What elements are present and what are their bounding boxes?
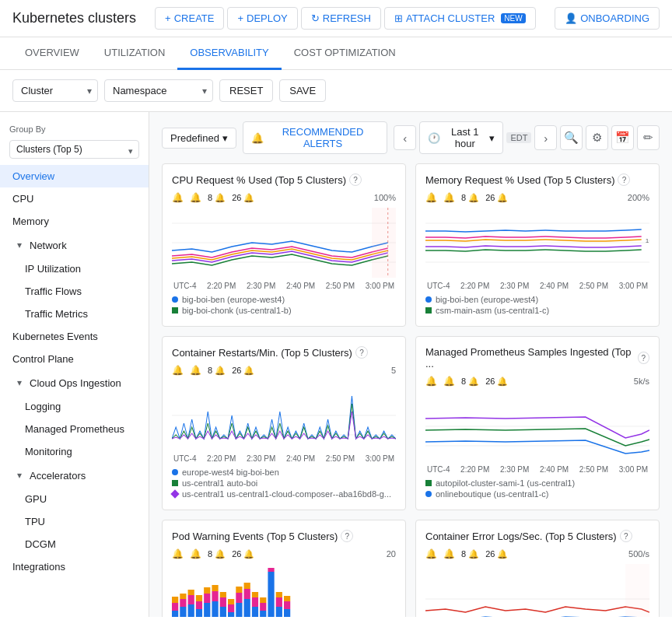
error-alert-chips: 🔔 🔔 8 🔔 26 🔔 500/s [425, 548, 649, 559]
cpu-legend-2: big-boi-chonk (us-central1-b) [172, 306, 396, 315]
sidebar-label-dcgm: DCGM [25, 538, 56, 550]
recommended-alerts-button[interactable]: 🔔 RECOMMENDED ALERTS [243, 121, 387, 154]
prometheus-legend-2: onlineboutique (us-central1-c) [425, 489, 649, 499]
bell-icon: 🔔 [251, 132, 264, 144]
chart-managed-prometheus: Managed Prometheus Samples Ingested (Top… [415, 336, 660, 510]
edit-button[interactable]: ✏ [637, 125, 660, 150]
time-range-button[interactable]: 🕐 Last 1 hour ▾ [419, 121, 503, 154]
sidebar-item-logging[interactable]: Logging [0, 395, 149, 418]
sidebar-item-kubernetes-events[interactable]: Kubernetes Events [0, 325, 149, 348]
predefined-chevron-icon: ▾ [222, 132, 228, 144]
sidebar-item-traffic-flows[interactable]: Traffic Flows [0, 280, 149, 303]
svg-rect-55 [284, 601, 290, 609]
search-button[interactable]: 🔍 [560, 125, 583, 150]
sidebar-item-accelerators[interactable]: ▾ Accelerators [0, 463, 149, 488]
sidebar-item-cpu[interactable]: CPU [0, 187, 149, 210]
svg-rect-25 [204, 603, 210, 617]
group-select[interactable]: Clusters (Top 5) [9, 140, 139, 159]
edit-icon: ✏ [643, 131, 653, 145]
tab-utilization[interactable]: UTILIZATION [92, 37, 177, 70]
sidebar-item-traffic-metrics[interactable]: Traffic Metrics [0, 303, 149, 325]
sidebar-item-ip-utilization[interactable]: IP Utilization [0, 257, 149, 280]
tab-cost-optimization[interactable]: COST OPTIMIZATION [282, 37, 408, 70]
sidebar-label-traffic-flows: Traffic Flows [25, 285, 82, 297]
sidebar-item-network[interactable]: ▾ Network [0, 233, 149, 257]
cpu-chart-svg [172, 208, 396, 278]
svg-rect-56 [284, 596, 290, 601]
restarts-legend-3: us-central1 us-central1-cloud-composer--… [172, 489, 396, 499]
sidebar-label-integrations: Integrations [12, 561, 65, 573]
restarts-alert-4: 26 🔔 [232, 366, 254, 376]
expand-cloud-ops-icon: ▾ [12, 376, 26, 390]
namespace-select[interactable]: Namespace [104, 79, 213, 102]
sidebar-label-cloud-ops-ingestion: Cloud Ops Ingestion [30, 377, 121, 389]
sidebar-item-control-plane[interactable]: Control Plane [0, 348, 149, 370]
cluster-select[interactable]: Cluster [12, 79, 98, 102]
error-chart-area [425, 564, 649, 617]
prev-time-button[interactable]: ‹ [394, 125, 416, 150]
settings-button[interactable]: ⚙ [586, 125, 608, 150]
svg-rect-50 [268, 568, 274, 572]
sidebar-item-dcgm[interactable]: DCGM [0, 533, 149, 555]
sidebar-item-cloud-ops-ingestion[interactable]: ▾ Cloud Ops Ingestion [0, 370, 149, 395]
restarts-help-icon[interactable]: ? [355, 346, 368, 359]
header-actions: + CREATE + DEPLOY ↻ REFRESH ⊞ ATTACH CLU… [155, 7, 536, 30]
predefined-button[interactable]: Predefined ▾ [162, 128, 236, 149]
sidebar-item-gpu[interactable]: GPU [0, 488, 149, 510]
chart-pod-title: Pod Warning Events (Top 5 Clusters) ? [172, 530, 396, 542]
sidebar-item-overview[interactable]: Overview [0, 165, 149, 187]
next-time-button[interactable]: › [534, 125, 557, 150]
onboarding-button[interactable]: 👤 ONBOARDING [555, 7, 660, 30]
tab-overview[interactable]: OVERVIEW [12, 37, 92, 70]
mem-alert-3: 8 🔔 [461, 193, 479, 203]
memory-legend-1: big-boi-ben (europe-west4) [425, 295, 649, 304]
error-help-icon[interactable]: ? [620, 530, 632, 542]
svg-rect-37 [236, 603, 242, 617]
svg-rect-3 [372, 208, 396, 278]
create-icon: + [165, 12, 171, 24]
restarts-alert-3: 8 🔔 [208, 366, 226, 376]
memory-chart-area: 100% [425, 208, 649, 280]
memory-legend-square-2 [425, 307, 432, 314]
svg-rect-36 [228, 599, 234, 604]
expand-accelerators-icon: ▾ [12, 468, 26, 482]
deploy-button[interactable]: + DEPLOY [227, 7, 297, 30]
toolbar-right: ‹ 🕐 Last 1 hour ▾ EDT › 🔍 ⚙ 📅 [394, 121, 660, 154]
sidebar-item-monitoring[interactable]: Monitoring [0, 440, 149, 463]
chart-memory-request: Memory Request % Used (Top 5 Clusters) ?… [415, 163, 660, 327]
svg-rect-49 [268, 572, 274, 617]
svg-rect-29 [212, 591, 218, 601]
reset-button[interactable]: RESET [219, 79, 273, 102]
tab-observability[interactable]: OBSERVABILITY [177, 37, 281, 70]
prometheus-chart-svg [425, 391, 649, 461]
create-button[interactable]: + CREATE [155, 7, 224, 30]
error-alert-1: 🔔 [425, 548, 437, 559]
sidebar-item-tpu[interactable]: TPU [0, 510, 149, 533]
prometheus-help-icon[interactable]: ? [638, 352, 649, 364]
time-label: Last 1 hour [443, 126, 486, 149]
attach-cluster-button[interactable]: ⊞ ATTACH CLUSTER NEW [384, 7, 536, 30]
settings-icon: ⚙ [592, 131, 602, 145]
save-button[interactable]: SAVE [279, 79, 326, 102]
cpu-legend: big-boi-ben (europe-west4) big-boi-chonk… [172, 295, 396, 315]
memory-help-icon[interactable]: ? [618, 173, 630, 186]
svg-rect-38 [236, 593, 242, 603]
search-icon: 🔍 [564, 131, 579, 145]
pod-alert-1: 🔔 [172, 548, 184, 559]
pod-alert-2: 🔔 [190, 548, 201, 559]
prometheus-alert-chips: 🔔 🔔 8 🔔 26 🔔 5k/s [425, 376, 649, 387]
cpu-help-icon[interactable]: ? [349, 173, 362, 186]
svg-rect-46 [260, 611, 266, 617]
restarts-ymax: 5 [391, 366, 396, 375]
restarts-diamond-3 [170, 489, 179, 498]
sidebar-label-memory: Memory [12, 215, 49, 227]
refresh-button[interactable]: ↻ REFRESH [301, 7, 381, 30]
cluster-select-wrapper: Cluster [12, 79, 98, 102]
sidebar-item-managed-prometheus[interactable]: Managed Prometheus [0, 418, 149, 440]
sidebar-item-integrations[interactable]: Integrations [0, 555, 149, 578]
prom-alert-4: 26 🔔 [485, 377, 508, 387]
calendar-button[interactable]: 📅 [611, 125, 634, 150]
pod-help-icon[interactable]: ? [341, 530, 353, 542]
sidebar-item-memory[interactable]: Memory [0, 210, 149, 233]
prom-ymax: 5k/s [634, 377, 649, 386]
